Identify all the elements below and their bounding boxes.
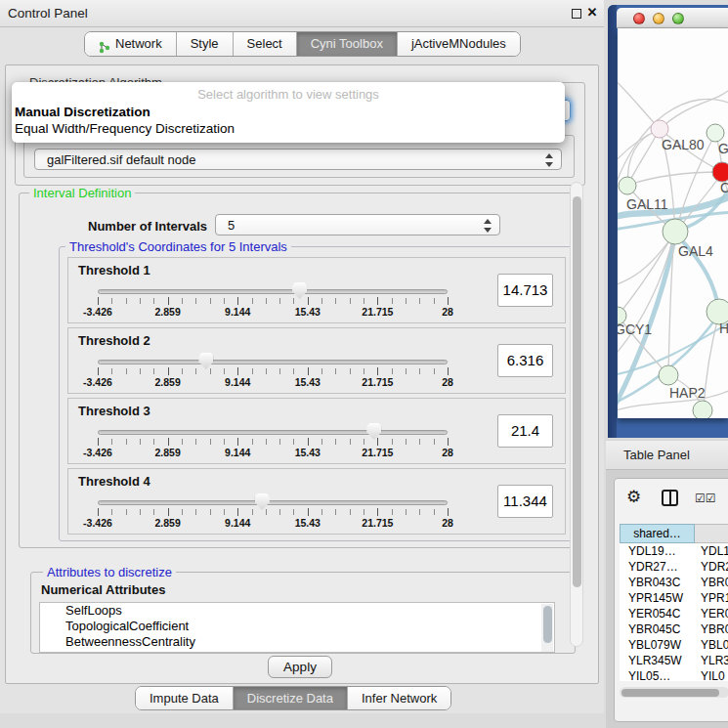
threshold-1-slider[interactable]: -3.426 2.859 9.144 15.43 21.715 28 bbox=[98, 283, 448, 319]
panel-scrollbar[interactable] bbox=[570, 182, 583, 647]
table-header-row: shared… n bbox=[620, 524, 728, 543]
network-view-window: GAL80GCGAL11GAL4GCY1HHAP2 bbox=[608, 5, 728, 438]
popup-hint: Select algorithm to view settings bbox=[12, 87, 565, 102]
table-card: ⚙ ☑☑ shared… n YDL19…YDL1 YDR27…YDR2 YBR… bbox=[614, 478, 728, 722]
tab-select[interactable]: Select bbox=[234, 32, 297, 56]
tab-style[interactable]: Style bbox=[177, 32, 234, 56]
svg-text:G: G bbox=[718, 141, 728, 156]
table-data-combo[interactable]: galFiltered.sif default node bbox=[34, 149, 562, 170]
apply-button[interactable]: Apply bbox=[268, 656, 332, 678]
network-icon bbox=[99, 38, 110, 51]
threshold-2-value[interactable]: 6.316 bbox=[497, 344, 553, 377]
threshold-3-value[interactable]: 21.4 bbox=[497, 414, 553, 448]
threshold-2-panel: Threshold 2 -3.426 2.859 9.144 15.43 21.… bbox=[67, 327, 566, 394]
table-rows: YDL19…YDL1 YDR27…YDR2 YBR043CYBR0 YPR145… bbox=[620, 543, 728, 681]
slider-ticks bbox=[98, 368, 448, 374]
interval-definition-group: Interval Definition Number of Intervals … bbox=[19, 193, 578, 548]
threshold-2-slider[interactable]: -3.426 2.859 9.144 15.43 21.715 28 bbox=[98, 354, 448, 389]
column-header-name[interactable]: n bbox=[695, 524, 728, 543]
threshold-3-title: Threshold 3 bbox=[78, 404, 150, 418]
threshold-3-slider[interactable]: -3.426 2.859 9.144 15.43 21.715 28 bbox=[98, 424, 448, 459]
split-columns-icon[interactable] bbox=[662, 490, 678, 506]
threshold-3-panel: Threshold 3 -3.426 2.859 9.144 15.43 21.… bbox=[67, 398, 566, 464]
tab-network[interactable]: Network bbox=[85, 32, 177, 56]
slider-ticks bbox=[98, 439, 448, 445]
svg-text:GAL11: GAL11 bbox=[626, 196, 668, 212]
gear-icon[interactable]: ⚙ bbox=[626, 487, 641, 507]
thresholds-group: Threshold's Coordinates for 5 Intervals … bbox=[59, 246, 575, 541]
table-row[interactable]: YBR043CYBR0 bbox=[620, 575, 728, 590]
tab-discretize-data[interactable]: Discretize Data bbox=[234, 687, 348, 709]
numerical-attributes-label: Numerical Attributes bbox=[41, 582, 165, 597]
number-of-intervals-label: Number of Intervals bbox=[88, 219, 207, 234]
threshold-4-slider[interactable]: -3.426 2.859 9.144 15.43 21.715 28 bbox=[98, 494, 448, 530]
slider-track[interactable] bbox=[98, 289, 448, 294]
control-panel: Control Panel ✕ Network Style Select Cyn… bbox=[0, 0, 604, 713]
slider-ticks bbox=[98, 509, 448, 515]
tab-cyni-toolbox[interactable]: Cyni Toolbox bbox=[297, 32, 398, 56]
attributes-group: Attributes to discretize Numerical Attri… bbox=[30, 572, 576, 654]
algorithm-dropdown-popup: Select algorithm to view settings Manual… bbox=[12, 82, 565, 143]
threshold-1-panel: Threshold 1 -3.426 2.859 9.144 15.43 21.… bbox=[67, 257, 566, 323]
svg-text:GCY1: GCY1 bbox=[618, 321, 652, 337]
slider-thumb[interactable] bbox=[292, 282, 307, 299]
svg-text:C: C bbox=[720, 180, 728, 195]
combo-stepper-icon bbox=[484, 219, 492, 233]
network-window-titlebar[interactable] bbox=[617, 8, 728, 28]
slider-thumb[interactable] bbox=[255, 493, 270, 510]
threshold-2-title: Threshold 2 bbox=[78, 333, 150, 348]
table-row[interactable]: YBL079WYBL0 bbox=[620, 637, 728, 653]
svg-text:GAL80: GAL80 bbox=[662, 137, 705, 152]
slider-thumb[interactable] bbox=[198, 353, 213, 369]
slider-track[interactable] bbox=[98, 430, 448, 435]
table-panel-header: Table Panel bbox=[606, 440, 728, 470]
menu-item-equal-width-frequency[interactable]: Equal Width/Frequency Discretization bbox=[15, 121, 235, 136]
list-item[interactable]: SelfLoops bbox=[40, 603, 554, 619]
list-scrollbar[interactable] bbox=[541, 604, 553, 653]
select-columns-icon[interactable]: ☑☑ bbox=[695, 492, 716, 505]
table-panel-title: Table Panel bbox=[623, 441, 690, 470]
numerical-attributes-list[interactable]: SelfLoops TopologicalCoefficient Between… bbox=[39, 602, 555, 653]
list-item[interactable]: BetweennessCentrality bbox=[40, 634, 554, 650]
threshold-4-value[interactable]: 11.344 bbox=[497, 485, 553, 518]
tab-jactivemnodules[interactable]: jActiveMNodules bbox=[398, 32, 520, 56]
minimize-traffic-icon[interactable] bbox=[653, 13, 664, 24]
node-table: shared… n YDL19…YDL1 YDR27…YDR2 YBR043CY… bbox=[620, 524, 728, 681]
scrollbar-thumb[interactable] bbox=[621, 689, 719, 697]
table-row[interactable]: YPR145WYPR1 bbox=[620, 590, 728, 606]
thresholds-group-label: Threshold's Coordinates for 5 Intervals bbox=[65, 239, 291, 254]
table-data-value: galFiltered.sif default node bbox=[47, 150, 195, 170]
table-row[interactable]: YER054CYER0 bbox=[620, 606, 728, 621]
top-tab-strip: Network Style Select Cyni Toolbox jActiv… bbox=[84, 31, 521, 57]
svg-text:H: H bbox=[719, 321, 728, 336]
attributes-group-label: Attributes to discretize bbox=[43, 565, 176, 579]
zoom-traffic-icon[interactable] bbox=[672, 13, 684, 24]
tab-impute-data[interactable]: Impute Data bbox=[136, 687, 234, 709]
svg-text:HAP2: HAP2 bbox=[669, 385, 706, 401]
table-horizontal-scrollbar[interactable] bbox=[620, 687, 728, 698]
table-row[interactable]: YBR045CYBR0 bbox=[620, 621, 728, 637]
close-icon[interactable]: ✕ bbox=[584, 5, 600, 20]
slider-track[interactable] bbox=[98, 360, 448, 364]
column-header-shared[interactable]: shared… bbox=[620, 524, 695, 543]
slider-thumb[interactable] bbox=[366, 423, 381, 440]
combo-stepper-icon bbox=[545, 153, 554, 167]
svg-text:GAL4: GAL4 bbox=[678, 243, 713, 259]
tab-infer-network[interactable]: Infer Network bbox=[348, 687, 450, 709]
network-canvas[interactable]: GAL80GCGAL11GAL4GCY1HHAP2 bbox=[618, 28, 728, 418]
bottom-tab-strip: Impute Data Discretize Data Infer Networ… bbox=[135, 686, 451, 710]
scrollbar-thumb[interactable] bbox=[573, 196, 581, 587]
tab-network-label: Network bbox=[115, 32, 162, 56]
table-row[interactable]: YDL19…YDL1 bbox=[620, 543, 728, 559]
number-of-intervals-combo[interactable]: 5 bbox=[215, 214, 500, 236]
slider-track[interactable] bbox=[98, 500, 448, 505]
close-traffic-icon[interactable] bbox=[633, 13, 645, 24]
list-item[interactable]: TopologicalCoefficient bbox=[40, 619, 554, 634]
menu-item-manual-discretization[interactable]: Manual Discretization bbox=[15, 105, 150, 119]
table-row[interactable]: YLR345WYLR3 bbox=[620, 653, 728, 668]
float-panel-icon[interactable] bbox=[572, 9, 581, 19]
table-row[interactable]: YIL05…YIL0 bbox=[620, 668, 728, 681]
threshold-1-value[interactable]: 14.713 bbox=[497, 274, 553, 307]
table-row[interactable]: YDR27…YDR2 bbox=[620, 559, 728, 575]
number-of-intervals-value: 5 bbox=[228, 215, 235, 236]
